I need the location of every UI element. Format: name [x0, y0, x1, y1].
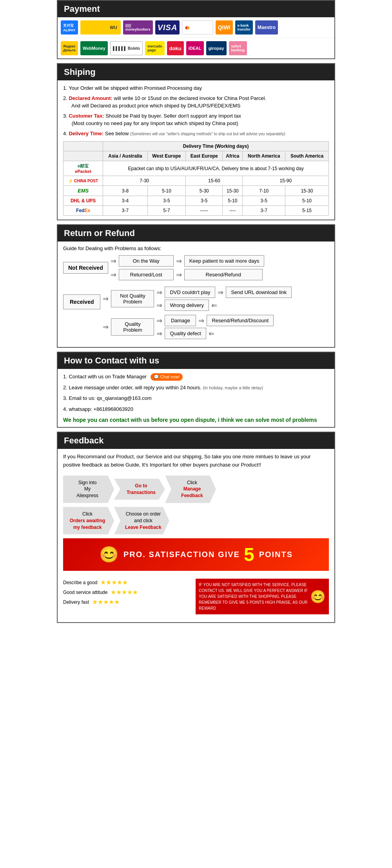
satisfaction-note: IF YOU ARE NOT SATISFIED WITH THE SERVIC…	[196, 579, 329, 614]
fedex-north: 3-7	[243, 206, 285, 216]
contact-item-2: 2. Leave message under order, will reply…	[63, 384, 329, 392]
star-label-2: Good service attitude	[63, 590, 107, 595]
feedback-section: Feedback If you Recommand our Product, o…	[57, 432, 335, 623]
damage-box: Damage	[165, 315, 196, 326]
banner-number: 5	[244, 544, 255, 565]
shipping-item-2: 2. Declared Amount: will write 10 or 15u…	[63, 94, 329, 110]
feedback-content: If you Recommand our Product, our Servic…	[58, 449, 334, 622]
shipping-label-4: Delivery Time:	[69, 131, 103, 136]
col-africa: Africa	[223, 151, 243, 161]
star-row-3: Delivery fast ★★★★★	[63, 598, 190, 606]
ems-east: 5-30	[186, 186, 223, 196]
chinapost-north: 15-90	[243, 176, 329, 186]
feedback-title: Feedback	[64, 436, 104, 445]
ems-west: 5-10	[147, 186, 186, 196]
flow-row-on-way: Not Received ⇒ On the Way ⇒ Keep patient…	[63, 255, 329, 280]
dhl-east: 3-5	[186, 196, 223, 206]
step-manage-feedback: ClickManageFeedback	[165, 476, 216, 503]
contact-note: We hope you can contact with us before y…	[63, 417, 329, 423]
feedback-header: Feedback	[58, 432, 334, 449]
arrow-2: ⇒	[176, 257, 182, 265]
arrow-3: ⇒	[111, 271, 116, 279]
contact-section: How to Contact with us 1. Contact with u…	[57, 352, 335, 428]
satisfaction-emoji: 😊	[99, 545, 120, 564]
dhl-north: 3-5	[243, 196, 285, 206]
table-row-ems: EMS 3-8 5-10 5-30 15-30 7-10 15-30	[64, 186, 329, 196]
sofort-logo: sofortbanking	[229, 41, 247, 55]
arrow-wrong-2: ⇐	[211, 301, 217, 310]
mercado-logo: mercadopago	[145, 41, 165, 55]
arrow-qd-2: ⇐	[209, 329, 214, 338]
col-east-eu: East Europe	[186, 151, 223, 161]
branch-quality: ⇒ QualityProblem ⇒ Damage ⇒ Resend/Refun…	[103, 315, 292, 339]
ideal-logo: iDEAL	[186, 41, 204, 55]
webmoney-logo: WebMoney	[80, 41, 108, 55]
step-go-transactions: Go toTransactions	[114, 479, 165, 500]
star-row-2: Good service attitude ★★★★★	[63, 588, 190, 596]
star-label-1: Describe a good	[63, 580, 97, 585]
ebank-logo: e-banktransfer	[235, 20, 253, 35]
ems-africa: 15-30	[223, 186, 243, 196]
shipping-text-4: See below	[105, 131, 130, 136]
payment-logos-row2: ЯндексДеньги WebMoney ▌▌▌▌▌ Boleto merca…	[58, 38, 334, 58]
return-title: Return or Refund	[64, 228, 135, 238]
arrow-nq-1: ⇒	[103, 294, 109, 303]
arrow-dvd: ⇒	[156, 288, 162, 297]
received-flow: Received ⇒ Not QualityProblem ⇒ DVD coul…	[63, 287, 329, 339]
ems-asia: 3-8	[103, 186, 147, 196]
contact-text-4: whatsapp: +8618968063920	[69, 406, 133, 412]
contact-header: How to Contact with us	[58, 352, 334, 369]
dhl-south: 5-10	[285, 196, 329, 206]
dhl-africa: 5-10	[223, 196, 243, 206]
shipping-extra-2: And will Declared as product price which…	[71, 103, 240, 109]
shipping-text-3: Should be Paid by buyer. Seller don't su…	[105, 113, 241, 119]
quality-box: QualityProblem	[111, 318, 154, 336]
satisfaction-note-text: IF YOU ARE NOT SATISFIED WITH THE SERVIC…	[199, 582, 308, 611]
arrow-qd: ⇒	[156, 329, 162, 338]
star-ratings: Describe a good ★★★★★ Good service attit…	[63, 579, 190, 614]
contact-item-1: 1. Contact with us on Trade Manager 💬 Ch…	[63, 373, 329, 381]
branch-on-way: ⇒ On the Way ⇒ Keep patient to wait more…	[111, 255, 265, 267]
shipping-text-1: Your Order will be shipped within Promis…	[69, 85, 202, 91]
contact-text-1: Contact with us on Trade Manager	[69, 374, 147, 380]
satisfaction-face: 😊	[310, 587, 326, 606]
maestro-logo: Maestro	[255, 20, 278, 35]
returned-box: Returned/Lost	[119, 269, 174, 280]
arrow-q-1: ⇒	[103, 323, 109, 331]
steps-row-2: ClickOrders awaitingmy feedback Choose o…	[63, 507, 329, 534]
payment-title: Payment	[64, 4, 100, 14]
alipay-logo: 支付宝ALIPAY	[61, 20, 78, 35]
fedex-asia: 3-7	[103, 206, 147, 216]
branch-returned: ⇒ Returned/Lost ⇒ Resend/Refund	[111, 269, 265, 280]
table-header-title: Delivery Time (Working days)	[103, 142, 329, 151]
shipping-content: 1. Your Order will be shipped within Pro…	[58, 80, 334, 220]
payment-logos: 支付宝ALIPAY WESTERN WU (((((moneybookers V…	[58, 17, 334, 38]
chinapost-asia: 7-30	[103, 176, 186, 186]
payment-header: Payment	[58, 1, 334, 17]
col-west-eu: West Europe	[147, 151, 186, 161]
on-way-box: On the Way	[119, 255, 174, 267]
not-received-box: Not Received	[63, 262, 108, 274]
shipping-small-4: (Sometimes will use "seller's shipping m…	[130, 132, 285, 136]
mastercard-logo: ●● MasterCard	[182, 20, 213, 35]
contact-small-2: (In holiday, maybe a little delay)	[203, 385, 263, 390]
col-south-am: South America	[285, 151, 329, 161]
arrow-1: ⇒	[111, 257, 116, 265]
orders-awaiting-text: Orders awaitingmy feedback	[70, 518, 105, 530]
chinapost-east: 15-60	[186, 176, 243, 186]
payment-section: Payment 支付宝ALIPAY WESTERN WU (((((moneyb…	[57, 0, 335, 59]
branch-not-quality: ⇒ Not QualityProblem ⇒ DVD couldn't play…	[103, 287, 292, 311]
shipping-title: Shiping	[64, 67, 96, 77]
step-leave-feedback: Choose on orderand clickLeave Feedback	[114, 507, 169, 534]
shipping-text-2: will write 10 or 15usd on the declared i…	[114, 95, 267, 101]
return-header: Return or Refund	[58, 225, 334, 242]
table-header-empty	[64, 142, 103, 151]
chat-now-badge: 💬 Chat now!	[151, 373, 183, 381]
dhl-west: 3-5	[147, 196, 186, 206]
go-transactions-text: Go toTransactions	[127, 483, 156, 495]
dvd-box: DVD couldn't play	[165, 287, 215, 298]
fedex-logo: FedEx	[64, 206, 103, 216]
arrow-dvd-2: ⇒	[218, 288, 223, 297]
col-asia: Asia / Australia	[103, 151, 147, 161]
arrow-damage: ⇒	[156, 316, 162, 325]
